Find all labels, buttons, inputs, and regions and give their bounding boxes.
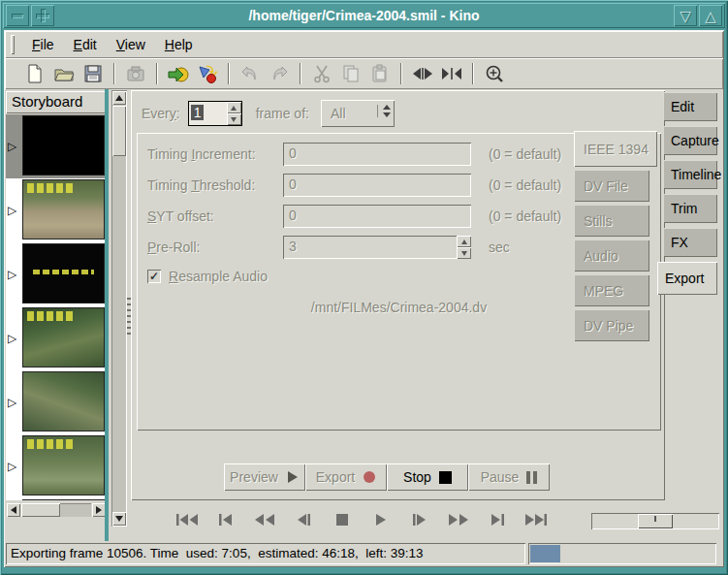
scroll-right-button[interactable]	[92, 503, 106, 517]
scroll-left-button[interactable]	[7, 503, 20, 517]
timing-threshold-input[interactable]: 0	[283, 174, 471, 197]
join-clip-button[interactable]	[437, 60, 466, 87]
storyboard-item[interactable]: ▷	[6, 114, 107, 178]
next-scene-button[interactable]	[484, 508, 511, 531]
menu-file[interactable]: File	[22, 33, 64, 56]
h-scroll-track[interactable]	[21, 503, 91, 517]
frame-forward-button[interactable]	[406, 508, 433, 531]
menu-help[interactable]: Help	[155, 33, 203, 56]
spin-arrows[interactable]	[227, 102, 241, 125]
road-scene-thumbnail[interactable]	[22, 179, 105, 240]
storyboard-item[interactable]: ▷	[6, 434, 107, 498]
redo-icon	[269, 63, 290, 84]
kino-window: /home/tiger/Crimea-2004.smil - Kino ▽ △ …	[0, 0, 728, 575]
tab-timeline[interactable]: Timeline	[663, 160, 717, 189]
every-spinbox[interactable]: 1	[188, 101, 242, 126]
timing-increment-input[interactable]: 0	[283, 143, 471, 166]
shuttle-slider[interactable]	[591, 513, 719, 529]
magnify-button[interactable]	[480, 60, 509, 87]
storyboard-item[interactable]: ▷	[6, 306, 107, 370]
seek-end-button[interactable]	[522, 508, 550, 531]
subtab-dv-pipe[interactable]: DV Pipe	[574, 309, 649, 341]
tab-export[interactable]: Export	[657, 262, 717, 295]
capture-button[interactable]	[121, 60, 150, 87]
previous-scene-button[interactable]	[212, 508, 239, 531]
maximize-button[interactable]	[31, 5, 54, 26]
resample-audio-checkbox[interactable]: ✓	[147, 270, 161, 283]
menu-view[interactable]: View	[107, 33, 155, 56]
spin-up-button[interactable]	[457, 236, 471, 247]
shade-up-button[interactable]: △	[699, 5, 722, 26]
window-menu-button[interactable]	[6, 5, 29, 26]
play-icon	[373, 512, 389, 527]
titlebar[interactable]: /home/tiger/Crimea-2004.smil - Kino ▽ △	[3, 3, 725, 28]
spin-down-button[interactable]	[227, 113, 241, 125]
clip-marker-icon: ▷	[8, 140, 16, 153]
publish-button[interactable]	[193, 60, 222, 87]
split-clip-button[interactable]	[408, 60, 437, 87]
subtab-mpeg[interactable]: MPEG	[574, 274, 649, 306]
subtab-dv-file[interactable]: DV File	[574, 170, 649, 202]
scroll-up-button[interactable]	[112, 91, 126, 105]
scroll-down-button[interactable]	[112, 512, 126, 526]
pre-roll-spinbox[interactable]: 3	[283, 236, 471, 259]
forest-caption-thumbnail[interactable]	[22, 499, 105, 500]
tab-trim[interactable]: Trim	[663, 194, 717, 223]
storyboard-item[interactable]: ▷	[6, 242, 107, 306]
spin-arrows[interactable]	[457, 236, 471, 259]
stop-button[interactable]: Stop	[387, 463, 468, 491]
open-file-button[interactable]	[49, 60, 79, 87]
black-title-thumbnail[interactable]	[22, 243, 105, 303]
storyboard-item[interactable]: ▷	[6, 498, 107, 500]
syt-offset-input[interactable]: 0	[283, 205, 471, 228]
play-button[interactable]	[367, 508, 395, 531]
toolbar-separator	[156, 63, 158, 84]
forest-title-thumbnail[interactable]	[22, 307, 105, 367]
new-file-button[interactable]	[20, 60, 49, 87]
storyboard-item[interactable]: ▷	[6, 178, 107, 242]
storyboard-header[interactable]: Storyboard	[6, 91, 107, 113]
copy-button[interactable]	[336, 60, 365, 87]
clip-marker-icon: ▷	[8, 204, 16, 217]
undo-button[interactable]	[236, 60, 265, 87]
fast-forward-button[interactable]	[445, 508, 472, 531]
black-frame-thumbnail[interactable]	[22, 115, 105, 176]
h-scroll-thumb[interactable]	[21, 503, 60, 517]
tab-capture[interactable]: Capture	[663, 126, 717, 155]
export-start-button[interactable]: Export	[305, 463, 387, 491]
shade-down-button[interactable]: ▽	[674, 5, 697, 26]
export-action-buttons: Preview Export Stop Pause	[224, 463, 550, 491]
preview-button[interactable]: Preview	[224, 463, 305, 491]
people-forest-thumbnail[interactable]	[22, 371, 105, 431]
subtab-audio[interactable]: Audio	[574, 240, 649, 272]
redo-button[interactable]	[265, 60, 294, 87]
spin-up-button[interactable]	[227, 102, 241, 113]
subtab-ieee1394[interactable]: IEEE 1394	[574, 131, 657, 167]
storyboard-item[interactable]: ▷	[6, 370, 107, 434]
v-scroll-thumb[interactable]	[112, 106, 126, 156]
every-value: 1	[191, 105, 205, 120]
cut-button[interactable]	[307, 60, 336, 87]
pause-button[interactable]: Pause	[468, 463, 550, 491]
rewind-button[interactable]	[251, 508, 278, 531]
export-button[interactable]	[164, 60, 193, 87]
tab-edit[interactable]: Edit	[663, 92, 717, 121]
spin-down-button[interactable]	[457, 247, 471, 259]
frame-of-dropdown[interactable]: All	[321, 100, 395, 127]
storyboard-h-scrollbar[interactable]	[6, 502, 107, 518]
save-button[interactable]	[79, 60, 108, 87]
storyboard-v-scrollbar[interactable]	[111, 90, 127, 527]
subtab-stills[interactable]: Stills	[574, 205, 649, 237]
timing-increment-label: Timing Increment:	[147, 146, 283, 162]
crowd-scene-thumbnail[interactable]	[22, 435, 105, 495]
resample-audio-row: ✓ Resample Audio	[147, 269, 268, 284]
menu-edit[interactable]: Edit	[64, 33, 107, 56]
stop-playback-button[interactable]	[329, 508, 356, 531]
seek-start-button[interactable]	[174, 508, 201, 531]
pane-divider[interactable]	[105, 89, 109, 541]
tab-fx[interactable]: FX	[663, 228, 717, 257]
frame-back-button[interactable]	[290, 508, 317, 531]
menubar-grip[interactable]	[11, 35, 15, 54]
shuttle-thumb[interactable]	[638, 514, 673, 528]
paste-button[interactable]	[365, 60, 395, 87]
